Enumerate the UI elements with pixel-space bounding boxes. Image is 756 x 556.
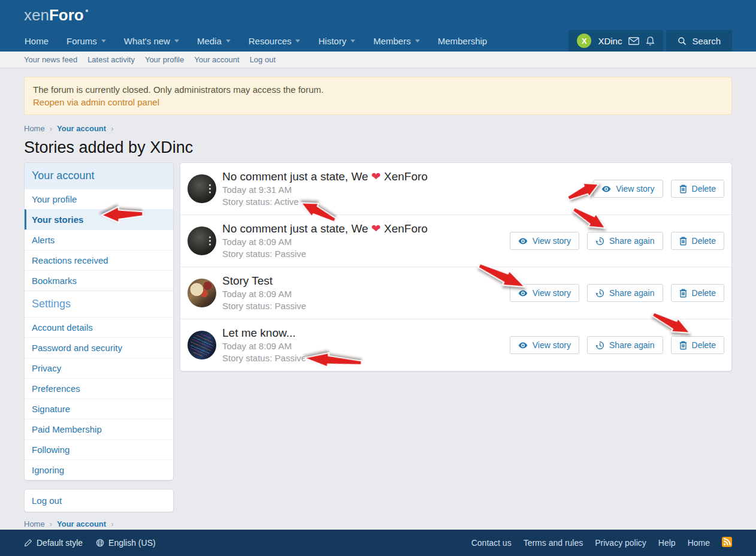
footer-link-privacy-policy[interactable]: Privacy policy (595, 538, 646, 548)
nav-item-home[interactable]: Home (16, 30, 58, 52)
view-story-button[interactable]: View story (510, 284, 579, 302)
breadcrumb-your-account-link[interactable]: Your account (57, 124, 106, 133)
story-avatar[interactable] (188, 279, 216, 307)
nav-item-membership[interactable]: Membership (429, 30, 497, 52)
rss-icon[interactable] (722, 537, 732, 549)
eye-icon (518, 342, 528, 349)
footer-link-terms-rules[interactable]: Terms and rules (524, 538, 583, 548)
nav-item-history[interactable]: History (309, 30, 364, 52)
story-title[interactable]: Let me know... (222, 326, 510, 340)
view-story-button[interactable]: View story (510, 336, 579, 354)
sidebar-item-password-security[interactable]: Password and security (25, 337, 173, 358)
breadcrumb-home-link[interactable]: Home (24, 124, 45, 133)
chevron-down-icon (350, 40, 355, 43)
sidebar-item-account-details[interactable]: Account details (25, 317, 173, 337)
story-avatar[interactable] (188, 226, 216, 255)
breadcrumb-bottom: Home › Your account › (24, 519, 732, 528)
style-chooser[interactable]: Default style (24, 538, 83, 548)
story-status: Story status: Passive (222, 300, 510, 312)
sidebar-item-following[interactable]: Following (25, 439, 173, 460)
reopen-admin-link[interactable]: Reopen via admin control panel (33, 96, 159, 108)
search-button[interactable]: Search (666, 30, 732, 52)
sidebar-item-reactions-received[interactable]: Reactions received (25, 250, 173, 270)
subnav-your-account[interactable]: Your account (194, 55, 239, 64)
footer-link-help[interactable]: Help (658, 538, 676, 548)
story-avatar[interactable] (188, 174, 216, 203)
nav-item-media[interactable]: Media (188, 30, 240, 52)
subnav-latest-activity[interactable]: Latest activity (87, 55, 135, 64)
sidebar-log-out-button[interactable]: Log out (24, 489, 174, 512)
account-sidebar: Your account Your profile Your stories A… (24, 162, 174, 512)
xenforo-logo[interactable]: xenForo (24, 7, 88, 23)
page-title: Stories added by XDinc (24, 138, 732, 157)
nav-item-members[interactable]: Members (364, 30, 429, 52)
eye-icon (518, 290, 528, 297)
sidebar-item-signature[interactable]: Signature (25, 398, 173, 419)
share-again-button[interactable]: Share again (587, 284, 663, 302)
stories-list: No comment just a state, We ❤ XenForo To… (180, 162, 732, 371)
sidebar-header-your-account: Your account (25, 163, 173, 189)
sidebar-item-preferences[interactable]: Preferences (25, 378, 173, 398)
breadcrumb-separator: › (111, 519, 113, 528)
xenforo-page: xenForo Home Forums What's new Media Res… (0, 0, 756, 556)
chevron-down-icon (415, 40, 420, 43)
sidebar-item-alerts[interactable]: Alerts (25, 229, 173, 250)
story-title[interactable]: No comment just a state, We ❤ XenForo (222, 170, 593, 184)
share-again-button[interactable]: Share again (587, 336, 663, 354)
sub-navigation: Your news feed Latest activity Your prof… (0, 52, 756, 68)
delete-button[interactable]: Delete (671, 232, 724, 250)
story-status: Story status: Passive (222, 248, 510, 260)
user-account-menu[interactable]: X XDinc (568, 30, 663, 52)
nav-item-forums[interactable]: Forums (58, 30, 115, 52)
trash-icon (679, 289, 687, 298)
more-options-dots-icon (209, 237, 211, 246)
sidebar-item-bookmarks[interactable]: Bookmarks (25, 270, 173, 291)
sidebar-item-paid-membership[interactable]: Paid Membership (25, 419, 173, 439)
user-avatar: X (577, 34, 591, 48)
sidebar-item-ignoring[interactable]: Ignoring (25, 460, 173, 480)
chevron-down-icon (174, 40, 179, 43)
history-icon (595, 341, 604, 350)
delete-button[interactable]: Delete (671, 284, 724, 302)
language-chooser[interactable]: English (US) (96, 538, 156, 548)
story-avatar[interactable] (188, 331, 216, 359)
story-row: Story Test Today at 8:09 AM Story status… (180, 267, 731, 319)
subnav-your-profile[interactable]: Your profile (145, 55, 184, 64)
story-row: No comment just a state, We ❤ XenForo To… (180, 163, 731, 214)
sidebar-item-your-profile[interactable]: Your profile (25, 189, 173, 209)
story-row: No comment just a state, We ❤ XenForo To… (180, 214, 731, 267)
inbox-envelope-icon[interactable] (628, 37, 639, 45)
style-pen-icon (24, 539, 32, 547)
share-again-button[interactable]: Share again (587, 232, 663, 250)
delete-button[interactable]: Delete (671, 180, 724, 198)
story-row: Let me know... Today at 8:09 AM Story st… (180, 319, 731, 371)
sidebar-header-settings: Settings (25, 291, 173, 317)
story-title[interactable]: Story Test (222, 274, 510, 288)
story-title[interactable]: No comment just a state, We ❤ XenForo (222, 222, 510, 236)
history-icon (595, 289, 604, 298)
site-header: xenForo Home Forums What's new Media Res… (0, 0, 756, 52)
view-story-button[interactable]: View story (593, 180, 663, 198)
site-footer: Default style English (US) Contact us Te… (0, 530, 756, 556)
breadcrumb-your-account-link[interactable]: Your account (57, 519, 106, 528)
nav-item-whats-new[interactable]: What's new (115, 30, 188, 52)
user-name: XDinc (598, 36, 622, 46)
sidebar-item-your-stories[interactable]: Your stories (25, 209, 173, 229)
view-story-button[interactable]: View story (510, 232, 579, 250)
footer-link-contact-us[interactable]: Contact us (471, 538, 512, 548)
alert-message: The forum is currently closed. Only admi… (33, 83, 723, 96)
more-options-dots-icon (209, 185, 211, 194)
subnav-log-out[interactable]: Log out (250, 55, 276, 64)
sidebar-item-privacy[interactable]: Privacy (25, 358, 173, 378)
alerts-bell-icon[interactable] (646, 36, 655, 46)
trash-icon (679, 237, 687, 246)
story-timestamp: Today at 8:09 AM (222, 236, 510, 248)
footer-link-home[interactable]: Home (688, 538, 710, 548)
subnav-your-news-feed[interactable]: Your news feed (24, 55, 77, 64)
chevron-down-icon (226, 40, 231, 43)
breadcrumb-separator: › (50, 124, 52, 133)
chevron-down-icon (295, 40, 300, 43)
nav-item-resources[interactable]: Resources (240, 30, 310, 52)
breadcrumb-home-link[interactable]: Home (24, 519, 45, 528)
delete-button[interactable]: Delete (671, 336, 724, 354)
